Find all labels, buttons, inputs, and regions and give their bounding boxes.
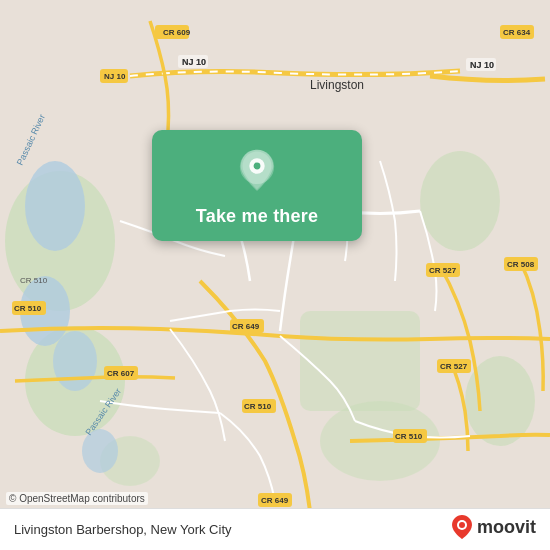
map-container: Passaic River Passaic River NJ 10 NJ 10 …: [0, 0, 550, 550]
moovit-pin-icon: [451, 514, 473, 540]
svg-text:CR 649: CR 649: [232, 322, 260, 331]
take-me-there-button[interactable]: Take me there: [196, 206, 318, 227]
svg-text:CR 508: CR 508: [507, 260, 535, 269]
svg-point-58: [254, 163, 261, 170]
navigation-card[interactable]: Take me there: [152, 130, 362, 241]
svg-text:NJ 10: NJ 10: [182, 57, 206, 67]
svg-text:CR 510: CR 510: [20, 276, 48, 285]
svg-text:CR 634: CR 634: [503, 28, 531, 37]
svg-text:CR 527: CR 527: [429, 266, 457, 275]
svg-text:CR 607: CR 607: [107, 369, 135, 378]
svg-text:NJ 10: NJ 10: [104, 72, 126, 81]
svg-text:CR 527: CR 527: [440, 362, 468, 371]
svg-text:CR 510: CR 510: [395, 432, 423, 441]
map-background: Passaic River Passaic River NJ 10 NJ 10 …: [0, 0, 550, 550]
svg-text:CR 649: CR 649: [261, 496, 289, 505]
svg-text:CR 510: CR 510: [14, 304, 42, 313]
moovit-logo: moovit: [451, 514, 536, 540]
svg-point-3: [420, 151, 500, 251]
place-name: Livingston Barbershop, New York City: [14, 522, 232, 537]
location-pin-icon: [233, 148, 281, 196]
svg-text:CR 609: CR 609: [163, 28, 191, 37]
svg-rect-4: [300, 311, 420, 411]
svg-point-8: [25, 161, 85, 251]
svg-point-60: [459, 522, 465, 528]
bottom-bar: Livingston Barbershop, New York City moo…: [0, 508, 550, 550]
svg-text:Livingston: Livingston: [310, 78, 364, 92]
svg-point-11: [82, 429, 118, 473]
svg-text:NJ 10: NJ 10: [470, 60, 494, 70]
svg-point-10: [53, 331, 97, 391]
moovit-brand-text: moovit: [477, 517, 536, 538]
map-attribution: © OpenStreetMap contributors: [6, 492, 148, 505]
svg-text:CR 510: CR 510: [244, 402, 272, 411]
